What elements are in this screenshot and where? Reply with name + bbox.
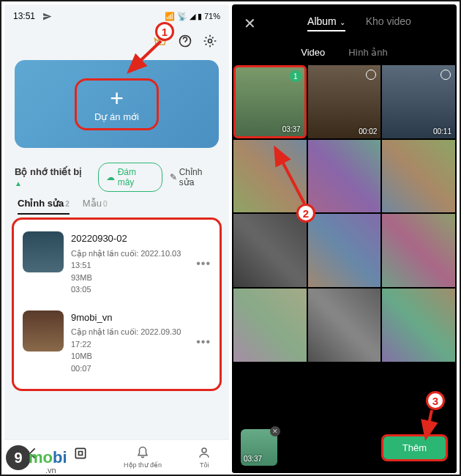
project-size: 93MB (71, 272, 189, 284)
media-item[interactable] (308, 214, 381, 287)
duration-label: 00:11 (433, 127, 451, 135)
callout-2: 2 (296, 204, 315, 223)
project-title: 9mobi_vn (71, 310, 189, 325)
callout-3: 3 (426, 391, 445, 410)
cloud-icon: ☁ (106, 172, 115, 182)
media-item[interactable] (382, 140, 455, 213)
gear-icon[interactable] (203, 34, 217, 48)
duration-label: 03:37 (282, 125, 301, 133)
wifi-icon: 📡 (177, 12, 187, 21)
project-title: 20220930-02 (71, 231, 189, 246)
subtab-image[interactable]: Hình ảnh (348, 47, 388, 58)
mini-duration: 03:37 (244, 455, 262, 463)
chevron-down-icon: ⌄ (340, 18, 345, 26)
pencil-icon: ✎ (170, 172, 177, 182)
project-duration: 00:07 (71, 362, 189, 375)
project-duration: 03:05 (71, 283, 189, 296)
nav-templates[interactable] (73, 446, 88, 469)
project-thumb (23, 310, 64, 352)
svg-point-3 (202, 448, 206, 453)
arrow-3 (419, 407, 441, 444)
media-item[interactable] (382, 289, 455, 362)
arrow-1 (123, 37, 167, 78)
unselected-badge (441, 70, 451, 80)
watermark-logo: 9 mobi (6, 445, 67, 470)
project-size: 10MB (71, 350, 189, 362)
selected-badge: 1 (290, 70, 301, 82)
send-icon (40, 9, 54, 23)
media-item[interactable]: 1 03:37 (233, 65, 307, 138)
status-bar: 13:51 📶 📡 ◢ ▮ 71% (4, 4, 229, 28)
media-item[interactable]: 00:11 (382, 65, 455, 138)
signal-icon: ◢ (190, 12, 195, 21)
remove-icon[interactable]: ✕ (270, 426, 280, 436)
more-icon[interactable]: ••• (196, 257, 211, 270)
callout-1: 1 (155, 22, 174, 41)
project-updated: Cập nhật lần cuối: 2022.09.30 17:22 (71, 326, 189, 350)
clock: 13:51 (13, 11, 35, 21)
more-icon[interactable]: ••• (196, 335, 211, 349)
media-item[interactable] (233, 214, 307, 287)
svg-point-1 (209, 40, 212, 43)
project-thumb (23, 231, 64, 272)
media-item[interactable]: 00:02 (308, 65, 381, 138)
tab-album[interactable]: Album ⌄ (307, 15, 345, 31)
storage-label[interactable]: Bộ nhớ thiết bị ▲ (15, 166, 91, 188)
project-item[interactable]: 9mobi_vn Cập nhật lần cuối: 2022.09.30 1… (20, 303, 214, 382)
arrow-2 (269, 142, 313, 208)
volte-icon: 📶 (165, 12, 175, 21)
tab-template[interactable]: Mẫu0 (83, 198, 108, 215)
watermark-vn: .vn (45, 466, 56, 475)
unselected-badge (366, 70, 376, 80)
media-item[interactable] (308, 289, 381, 362)
subtab-video[interactable]: Video (301, 47, 325, 58)
media-item[interactable] (308, 140, 381, 213)
media-item[interactable] (233, 289, 307, 362)
edit-link[interactable]: ✎Chỉnh sửa (170, 167, 219, 187)
new-project-label: Dự án mới (94, 111, 139, 122)
tab-edit[interactable]: Chỉnh sửa2 (18, 198, 70, 215)
phone-left: 13:51 📶 📡 ◢ ▮ 71% + Dự án mới Bộ nhớ thi… (4, 4, 229, 473)
svg-rect-2 (75, 448, 85, 458)
battery-pct: 71% (204, 12, 220, 21)
project-list: 20220930-02 Cập nhật lần cuối: 2022.10.0… (12, 217, 222, 391)
media-item[interactable] (382, 214, 455, 287)
help-icon[interactable] (178, 34, 192, 48)
battery-icon: ▮ (198, 12, 202, 21)
tab-video-store[interactable]: Kho video (366, 15, 411, 31)
phone-right: ✕ Album ⌄ Kho video Video Hình ảnh 1 03:… (232, 4, 457, 473)
nav-inbox[interactable]: Hộp thư đến (124, 446, 162, 469)
close-icon[interactable]: ✕ (244, 15, 256, 32)
plus-icon: + (110, 86, 124, 110)
duration-label: 00:02 (359, 127, 377, 135)
media-grid: 1 03:37 00:02 00:11 (232, 65, 457, 362)
project-item[interactable]: 20220930-02 Cập nhật lần cuối: 2022.10.0… (20, 224, 214, 303)
new-project-card[interactable]: + Dự án mới (15, 60, 219, 148)
cloud-button[interactable]: ☁Đám mây (98, 163, 162, 192)
logo-nine: 9 (6, 445, 31, 470)
project-updated: Cập nhật lần cuối: 2022.10.03 13:51 (71, 248, 189, 272)
selected-thumb[interactable]: ✕ 03:37 (241, 429, 277, 466)
nav-me[interactable]: Tôi (198, 446, 211, 469)
